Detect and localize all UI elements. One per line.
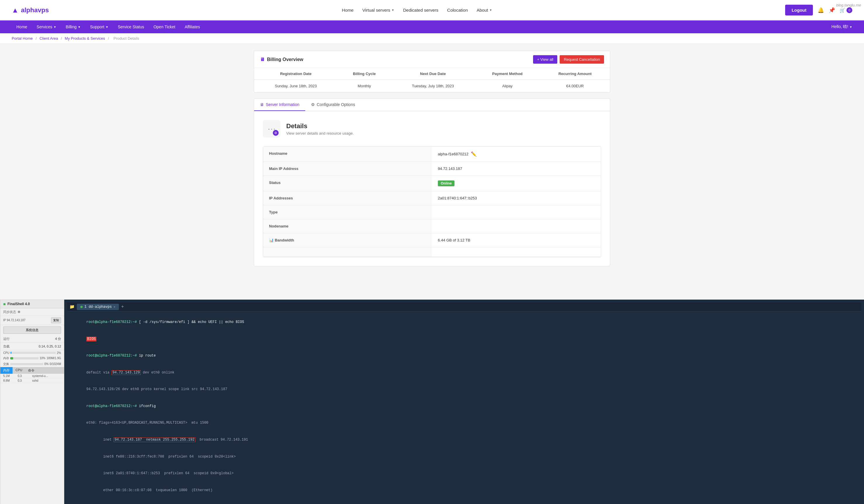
nav-virtual-servers[interactable]: Virtual servers ▼ bbox=[362, 8, 394, 13]
chevron-down-icon-about: ▼ bbox=[489, 9, 492, 12]
col-registration-date: Registration Date bbox=[254, 68, 338, 80]
sec-nav-home[interactable]: Home bbox=[12, 21, 32, 33]
bandwidth-value: 6.44 GB of 3.12 TB bbox=[432, 233, 601, 247]
nav-dedicated-servers[interactable]: Dedicated servers bbox=[403, 8, 439, 13]
billing-cycle: Monthly bbox=[338, 80, 392, 93]
logo-text: alphavps bbox=[21, 7, 49, 14]
tab-server-information[interactable]: 🖥 Server Information bbox=[254, 99, 305, 111]
details-header: ⋯ ⚙ Details View server details and reso… bbox=[263, 120, 601, 137]
billing-overview-header: 🖥 Billing Overview + View all Request Ca… bbox=[254, 51, 610, 68]
col-billing-cycle: Billing Cycle bbox=[338, 68, 392, 80]
chevron-down-icon: ▼ bbox=[392, 9, 394, 12]
details-icon: ⋯ ⚙ bbox=[263, 120, 280, 137]
user-greeting[interactable]: Hello, 晴! ▼ bbox=[831, 24, 852, 29]
sec-nav-affiliates[interactable]: Affiliates bbox=[180, 21, 205, 33]
details-subtitle: View server details and resource usage. bbox=[286, 131, 354, 135]
pin-icon[interactable]: 📌 bbox=[829, 7, 835, 13]
breadcrumb: Portal Home / Client Area / My Products … bbox=[0, 33, 864, 44]
sec-nav-service-status[interactable]: Service Status bbox=[113, 21, 149, 33]
billing-overview-title: 🖥 Billing Overview bbox=[260, 57, 303, 62]
type-label: Type bbox=[263, 205, 432, 219]
billing-table: Registration Date Billing Cycle Next Due… bbox=[254, 68, 610, 92]
main-content: 🖥 Billing Overview + View all Request Ca… bbox=[242, 44, 622, 273]
tabs-header: 🖥 Server Information ⚙ Configurable Opti… bbox=[254, 99, 610, 111]
sec-nav-support[interactable]: Support ▼ bbox=[85, 21, 113, 33]
cart-button[interactable]: 🛒 0 bbox=[840, 7, 852, 13]
globe-icon: 🖥 bbox=[260, 57, 265, 62]
details-text: Details View server details and resource… bbox=[286, 122, 354, 135]
type-value bbox=[432, 205, 601, 219]
col-next-due-date: Next Due Date bbox=[391, 68, 475, 80]
sec-nav-billing[interactable]: Billing ▼ bbox=[61, 21, 85, 33]
logo: ▲ alphavps bbox=[12, 6, 49, 14]
nodename-value bbox=[432, 219, 601, 233]
ip-addresses-value: 2a01:8740:1:647::b253 bbox=[432, 191, 601, 205]
col-payment-method: Payment Method bbox=[475, 68, 540, 80]
main-ip-value: 94.72.143.187 bbox=[432, 162, 601, 176]
main-ip-label: Main IP Address bbox=[263, 162, 432, 176]
empty-label bbox=[263, 247, 432, 257]
edit-hostname-icon[interactable]: ✏️ bbox=[471, 151, 477, 157]
breadcrumb-client-area[interactable]: Client Area bbox=[39, 36, 58, 40]
billing-recurring-amount: €4.00EUR bbox=[540, 80, 610, 93]
nav-home[interactable]: Home bbox=[342, 8, 353, 13]
details-title: Details bbox=[286, 122, 354, 130]
sec-nav: Home Services ▼ Billing ▼ Support ▼ Serv… bbox=[0, 21, 864, 33]
server-info-grid: Hostname alpha-f1e6870212 ✏️ Main IP Add… bbox=[263, 146, 601, 257]
breadcrumb-portal-home[interactable]: Portal Home bbox=[12, 36, 33, 40]
nav-about[interactable]: About ▼ bbox=[477, 8, 492, 13]
billing-overview: 🖥 Billing Overview + View all Request Ca… bbox=[254, 51, 610, 93]
sec-nav-links: Home Services ▼ Billing ▼ Support ▼ Serv… bbox=[12, 21, 205, 33]
top-nav-links: Home Virtual servers ▼ Dedicated servers… bbox=[342, 8, 492, 13]
gear-icon: ⚙ bbox=[273, 130, 279, 136]
breadcrumb-my-products[interactable]: My Products & Services bbox=[65, 36, 105, 40]
nodename-label: Nodename bbox=[263, 219, 432, 233]
billing-reg-date: Sunday, June 18th, 2023 bbox=[254, 80, 338, 93]
billing-actions: + View all Request Cancellation bbox=[533, 55, 604, 64]
notification-icon[interactable]: 🔔 bbox=[818, 7, 824, 13]
chevron-down-icon-billing: ▼ bbox=[78, 25, 81, 28]
cart-badge: 0 bbox=[847, 7, 852, 13]
chart-icon: 📊 bbox=[269, 238, 274, 242]
top-nav: ▲ alphavps Home Virtual servers ▼ Dedica… bbox=[0, 0, 864, 21]
bandwidth-label: 📊 Bandwidth bbox=[263, 233, 432, 247]
logo-icon: ▲ bbox=[12, 6, 19, 14]
sec-nav-open-ticket[interactable]: Open Ticket bbox=[149, 21, 180, 33]
logout-button[interactable]: Logout bbox=[785, 5, 813, 15]
chevron-down-icon-services: ▼ bbox=[53, 25, 56, 28]
status-badge: Online bbox=[438, 180, 455, 186]
hostname-label: Hostname bbox=[263, 147, 432, 162]
server-details: ⋯ ⚙ Details View server details and reso… bbox=[254, 111, 610, 266]
request-cancellation-button[interactable]: Request Cancellation bbox=[560, 55, 604, 64]
tabs-container: 🖥 Server Information ⚙ Configurable Opti… bbox=[254, 98, 610, 266]
billing-next-due: Tuesday, July 18th, 2023 bbox=[391, 80, 475, 93]
view-all-button[interactable]: + View all bbox=[533, 55, 557, 64]
nav-colocation[interactable]: Colocation bbox=[447, 8, 468, 13]
chevron-down-icon-support: ▼ bbox=[106, 25, 108, 28]
empty-value bbox=[432, 247, 601, 257]
tab-configurable-options[interactable]: ⚙ Configurable Options bbox=[305, 99, 361, 111]
server-info-icon: 🖥 bbox=[260, 102, 264, 107]
col-recurring-amount: Recurring Amount bbox=[540, 68, 610, 80]
billing-payment-method: Alipay bbox=[475, 80, 540, 93]
watermark: blog.tanglu.me bbox=[836, 3, 861, 7]
status-label: Status bbox=[263, 176, 432, 191]
breadcrumb-product-details: Product Details bbox=[113, 36, 139, 40]
status-value: Online bbox=[432, 176, 601, 191]
sec-nav-services[interactable]: Services ▼ bbox=[32, 21, 61, 33]
ip-addresses-label: IP Addresses bbox=[263, 191, 432, 205]
chevron-down-icon-user: ▼ bbox=[849, 25, 852, 28]
config-icon: ⚙ bbox=[311, 102, 315, 107]
hostname-value: alpha-f1e6870212 ✏️ bbox=[432, 147, 601, 162]
